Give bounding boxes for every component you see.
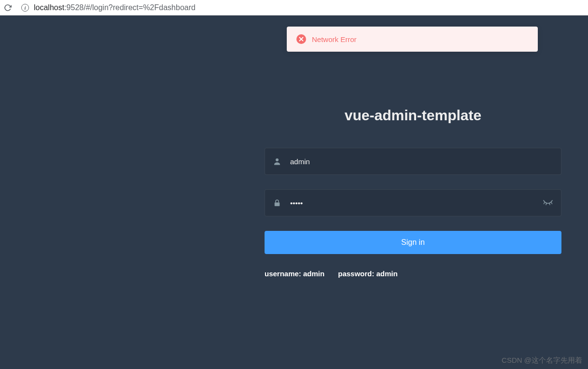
password-input[interactable] [290,190,543,216]
eye-closed-icon[interactable] [543,199,553,206]
svg-rect-3 [275,202,280,206]
info-icon[interactable]: i [21,4,29,12]
watermark: CSDN @这个名字先用着 [502,356,582,365]
lock-icon [273,199,281,207]
login-form: vue-admin-template [265,107,561,278]
svg-point-2 [276,158,279,161]
signin-button[interactable]: Sign in [265,231,561,254]
user-icon [273,157,281,166]
hint-username: username: admin [265,270,324,278]
url-bar[interactable]: i localhost:9528/#/login?redirect=%2Fdas… [15,1,584,14]
reload-icon[interactable] [4,4,12,12]
username-field-wrapper[interactable] [265,148,561,175]
hint-password: password: admin [338,270,397,278]
password-field-wrapper[interactable] [265,189,561,216]
svg-line-7 [551,202,552,204]
url-text: localhost:9528/#/login?redirect=%2Fdashb… [34,3,196,12]
svg-line-5 [546,203,546,205]
error-message: Network Error [312,35,357,43]
error-icon [296,34,306,44]
svg-line-4 [544,202,545,204]
browser-address-bar: i localhost:9528/#/login?redirect=%2Fdas… [0,0,588,15]
login-hints: username: admin password: admin [265,270,561,278]
page-title: vue-admin-template [265,107,561,124]
error-toast: Network Error [287,27,538,52]
app-area: Network Error vue-admin-template [0,15,588,369]
svg-line-6 [549,203,550,205]
username-input[interactable] [290,148,553,174]
